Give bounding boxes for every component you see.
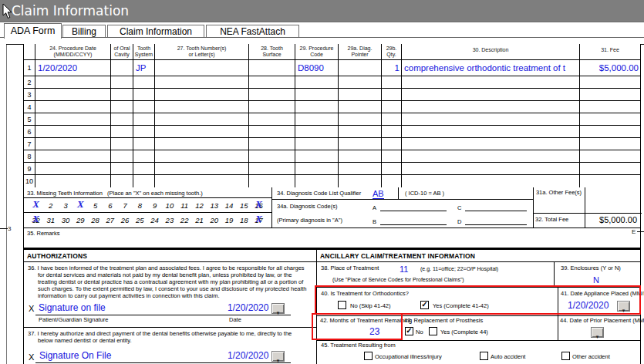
diag-qualifier-value[interactable]: AB [373,189,384,199]
header-diag-pointer: 29a. Diag. Pointer [339,44,382,59]
procedure-row-5[interactable]: 5 [24,113,640,126]
tooth-25[interactable]: 25 [135,216,145,224]
tooth-12[interactable]: 12 [194,201,204,210]
months-remaining-value[interactable]: 23 [369,326,379,337]
tooth-27[interactable]: 27 [105,216,115,224]
subscriber-signature-date-dropdown[interactable]: ▼ [271,351,285,362]
diag-code-c-field[interactable] [465,211,527,211]
tooth-3[interactable]: 3 [61,201,71,210]
missing-teeth-lower-row: 32X 31 30 29 28 27 26 25 24 23 22 21 20 … [24,213,271,227]
tooth-2[interactable]: 2 [46,201,56,210]
tooth-6[interactable]: 6 [105,201,115,210]
cell-oral-cavity[interactable] [111,60,133,76]
procedure-row-8[interactable]: 8 [24,150,640,163]
procedure-row-4[interactable]: 4 [24,101,640,113]
tooth-7[interactable]: 7 [120,201,130,210]
prior-placement-dropdown[interactable]: ▼ [591,327,604,338]
tooth-17[interactable]: 17X [254,216,264,224]
tooth-31[interactable]: 31 [46,216,56,224]
cell-description[interactable]: comprehensive orthodontic treatment of t [402,60,580,76]
diag-code-d-field[interactable] [465,224,527,225]
enclosures-label: 39. Enclosures (Y or N) [561,265,621,272]
sig1-caption-left: Patient/Guardian Signature [39,317,108,324]
cell-tooth-numbers[interactable] [155,60,249,76]
tooth-14[interactable]: 14 [224,201,234,210]
procedure-row-3[interactable]: 3 [24,89,640,101]
cell-tooth-system[interactable]: JP [133,60,155,76]
subscriber-signature-field[interactable]: Signature On File [39,350,111,361]
tooth-20[interactable]: 20 [209,216,219,224]
header-procedure-code: 29. Procedure Code [295,44,339,59]
ancillary-section: ANCILLARY CLAIM/TREATMENT INFORMATION 38… [317,250,640,364]
cell-qty[interactable]: 1 [382,60,402,76]
diag-qualifier-hint: ( ICD-10 = AB ) [405,190,444,197]
patient-signature-date[interactable]: 1/20/2020 [228,302,268,313]
remarks-field[interactable]: 35. Remarks [23,228,641,248]
diag-code-b-field[interactable] [380,224,447,225]
tab-billing[interactable]: Billing [62,25,106,37]
procedure-table-header: 24. Procedure Date (MM/DD/CCYY) of Oral … [24,44,640,60]
occupational-illness-checkbox[interactable] [364,352,373,360]
procedure-row-2[interactable]: 2 [24,76,640,89]
tab-ada-form[interactable]: ADA Form [4,23,62,39]
tooth-19[interactable]: 19 [224,216,234,224]
tooth-24[interactable]: 24 [150,216,160,224]
procedure-row-7[interactable]: 7 [24,138,640,150]
orthodontics-yes-label: Yes (Complete 41-42) [433,303,489,310]
tooth-8[interactable]: 8 [135,201,145,210]
other-fee-value[interactable] [585,187,641,213]
appliance-placed-date[interactable]: 1/20/2020 [568,300,609,311]
tooth-21[interactable]: 21 [194,216,204,224]
tooth-28[interactable]: 28 [90,216,100,224]
cell-tooth-surface[interactable] [249,60,295,76]
page-left-guide [6,44,7,364]
tooth-16[interactable]: 16X [254,201,264,210]
appliance-placed-dropdown[interactable]: ▼ [617,301,630,312]
diag-code-a-field[interactable] [380,211,447,211]
procedure-row-9[interactable]: 9 [24,163,640,175]
tooth-23[interactable]: 23 [164,216,174,224]
treatment-resulting-label: 45. Treatment Resulting from [321,342,396,349]
auth-item-37: 37. I hereby authorize and direct paymen… [28,330,307,344]
header-fee: 31. Fee [580,44,640,59]
tooth-5[interactable]: 5 [90,201,100,210]
cell-diag-pointer[interactable] [339,60,382,76]
tooth-32[interactable]: 32X [31,216,41,224]
tooth-18[interactable]: 18 [239,216,249,224]
claim-information-window: Claim Information ADA Form Billing Claim… [0,0,644,364]
dropdown-arrow-icon: ▼ [622,308,626,313]
tooth-22[interactable]: 22 [180,216,190,224]
enclosures-value[interactable]: N [554,275,639,285]
tooth-11[interactable]: 11 [180,201,190,210]
tooth-13[interactable]: 13 [209,201,219,210]
tooth-26[interactable]: 26 [120,216,130,224]
patient-signature-field[interactable]: Signature on file [39,302,106,313]
diag-primary-label: (Primary diagnosis in "A") [277,217,342,224]
cell-procedure-code[interactable]: D8090 [295,60,339,76]
missing-teeth-diagnosis-band: 33. Missing Teeth Information (Place an … [23,187,641,228]
ancillary-header: ANCILLARY CLAIM/TREATMENT INFORMATION [317,250,640,262]
procedure-row-10[interactable]: 10 [24,175,640,187]
tab-claim-information[interactable]: Claim Information [107,25,204,37]
auto-accident-checkbox[interactable] [480,352,488,360]
tooth-9[interactable]: 9 [150,201,160,210]
cell-procedure-date[interactable]: 1/20/2020 [35,60,111,76]
tab-nea-fastattach[interactable]: NEA FastAttach [206,25,299,37]
other-accident-checkbox[interactable] [561,352,570,360]
orthodontics-yes-checkbox[interactable]: ✓ [420,301,429,309]
total-fee-label: 32. Total Fee [535,217,568,224]
prosthesis-yes-checkbox[interactable] [429,327,437,335]
tooth-29[interactable]: 29 [76,216,86,224]
place-of-treatment-value[interactable]: 11 [400,265,408,274]
orthodontics-no-checkbox[interactable] [338,301,346,309]
tooth-15[interactable]: 15 [239,201,249,210]
subscriber-signature-date[interactable]: 1/20/2020 [228,350,268,361]
procedure-row-6[interactable]: 6 [24,126,640,138]
procedure-row-1: 1 1/20/2020 JP D8090 1 comprehensive ort… [24,60,640,76]
prosthesis-no-checkbox[interactable]: ✓ [405,327,413,335]
tooth-10[interactable]: 10 [164,201,174,210]
patient-signature-date-dropdown[interactable]: ▼ [271,303,285,314]
tooth-30[interactable]: 30 [61,216,71,224]
missing-teeth-upper-row: X 2 3 X 5 6 7 8 9 10 11 12 13 14 15 16X [24,198,271,213]
cell-fee[interactable]: $5,000.00 [580,60,640,76]
